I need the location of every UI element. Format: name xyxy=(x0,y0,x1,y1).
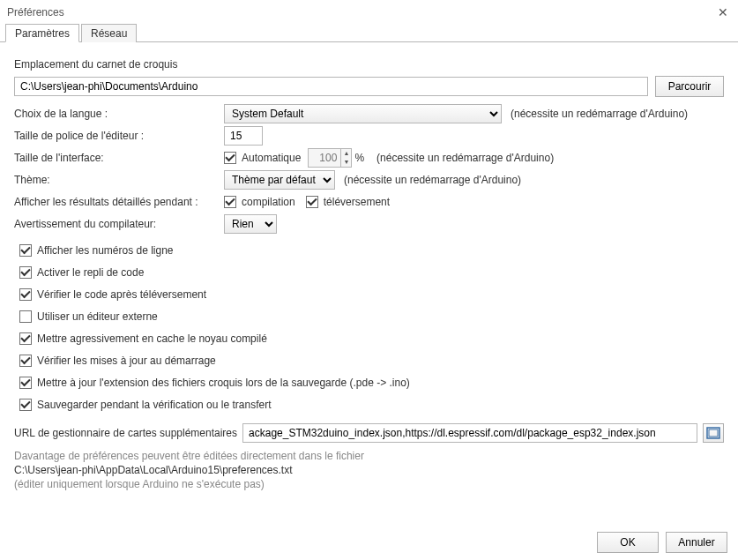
code-folding-label: Activer le repli de code xyxy=(37,266,144,279)
scale-note: (nécessite un redémarrage d'Arduino) xyxy=(376,152,554,164)
warnings-select[interactable]: Rien xyxy=(224,214,277,234)
save-verify-checkbox[interactable] xyxy=(19,399,32,411)
sketchbook-label: Emplacement du carnet de croquis xyxy=(14,58,724,71)
expand-urls-button[interactable] xyxy=(703,423,724,443)
update-ext-label: Mettre à jour l'extension des fichiers c… xyxy=(37,377,410,389)
browse-button[interactable]: Parcourir xyxy=(655,76,724,97)
percent-label: % xyxy=(354,152,364,164)
theme-note: (nécessite un redémarrage d'Arduino) xyxy=(344,174,521,186)
check-updates-label: Vérifier les mises à jour au démarrage xyxy=(37,355,216,367)
checkbox-list: Afficher les numéros de ligne Activer le… xyxy=(19,241,724,414)
update-ext-checkbox[interactable] xyxy=(19,377,32,389)
verify-upload-label: Vérifier le code après téléversement xyxy=(37,288,206,301)
verbose-compile-checkbox[interactable] xyxy=(224,196,236,208)
cache-core-checkbox[interactable] xyxy=(19,332,32,345)
cancel-button[interactable]: Annuler xyxy=(666,532,727,553)
fontsize-label: Taille de police de l'éditeur : xyxy=(14,130,224,142)
verbose-label: Afficher les résultats détaillés pendant… xyxy=(14,196,224,208)
line-numbers-checkbox[interactable] xyxy=(19,244,32,257)
language-note: (nécessite un redémarrage d'Arduino) xyxy=(511,108,688,120)
tab-reseau[interactable]: Réseau xyxy=(81,24,137,42)
scale-label: Taille de l'interface: xyxy=(14,152,224,164)
svg-rect-1 xyxy=(709,429,718,437)
content-area: Emplacement du carnet de croquis Parcour… xyxy=(0,42,738,499)
tab-bar: Paramètres Réseau xyxy=(0,23,738,42)
scale-down-icon[interactable]: ▼ xyxy=(341,158,351,167)
edit-only-note: (éditer uniquement lorsque Arduino ne s'… xyxy=(14,478,724,490)
code-folding-checkbox[interactable] xyxy=(19,266,32,279)
verbose-upload-label: téléversement xyxy=(324,196,390,208)
scale-auto-checkbox[interactable] xyxy=(224,152,236,164)
window-icon xyxy=(706,427,720,439)
prefs-path[interactable]: C:\Users\jean-phi\AppData\Local\Arduino1… xyxy=(14,464,724,476)
cache-core-label: Mettre agressivement en cache le noyau c… xyxy=(37,332,267,345)
external-editor-checkbox[interactable] xyxy=(19,310,32,323)
external-editor-label: Utiliser un éditeur externe xyxy=(37,310,158,323)
boards-url-label: URL de gestionnaire de cartes supplément… xyxy=(14,427,237,439)
verify-upload-checkbox[interactable] xyxy=(19,288,32,301)
scale-spinner[interactable]: ▲ ▼ xyxy=(308,148,352,168)
save-verify-label: Sauvegarder pendant la vérification ou l… xyxy=(37,399,272,411)
tab-parametres[interactable]: Paramètres xyxy=(5,24,79,42)
titlebar: Préférences ✕ xyxy=(0,0,738,23)
more-prefs-hint: Davantage de préférences peuvent être éd… xyxy=(14,450,724,462)
sketchbook-path-input[interactable] xyxy=(14,77,648,96)
theme-select[interactable]: Thème par défaut xyxy=(224,170,335,190)
language-select[interactable]: System Default xyxy=(224,104,502,123)
dialog-footer: OK Annuler xyxy=(0,526,738,560)
verbose-compile-label: compilation xyxy=(242,196,295,208)
window-title: Préférences xyxy=(7,6,64,19)
scale-up-icon[interactable]: ▲ xyxy=(341,149,351,158)
line-numbers-label: Afficher les numéros de ligne xyxy=(37,244,174,257)
fontsize-input[interactable] xyxy=(224,126,263,146)
boards-url-input[interactable] xyxy=(242,423,697,443)
warnings-label: Avertissement du compilateur: xyxy=(14,218,224,230)
verbose-upload-checkbox[interactable] xyxy=(306,196,318,208)
check-updates-checkbox[interactable] xyxy=(19,355,32,367)
scale-auto-label: Automatique xyxy=(242,152,301,164)
theme-label: Thème: xyxy=(14,174,224,186)
scale-value xyxy=(309,149,340,167)
ok-button[interactable]: OK xyxy=(597,532,659,553)
close-icon[interactable]: ✕ xyxy=(715,4,731,20)
language-label: Choix de la langue : xyxy=(14,108,224,120)
